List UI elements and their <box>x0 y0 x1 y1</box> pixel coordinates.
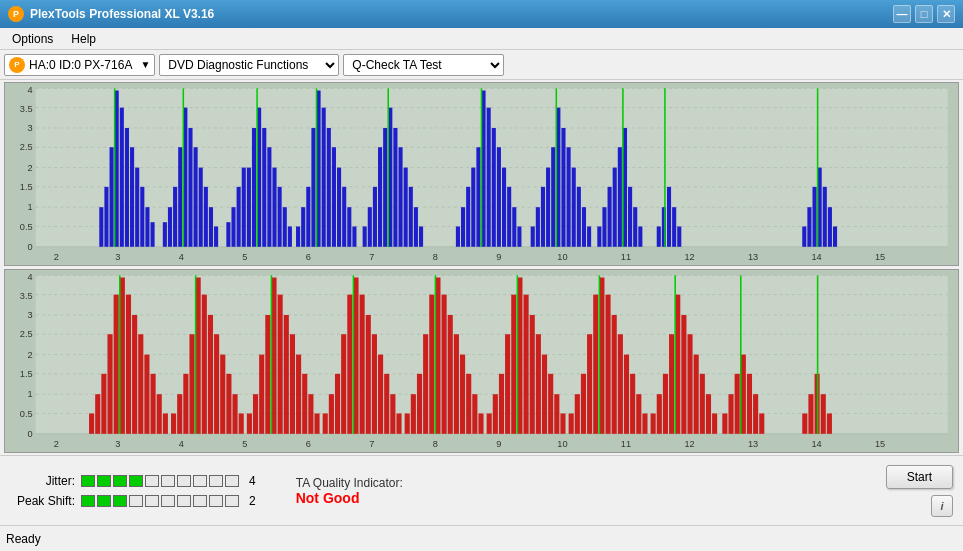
svg-rect-87 <box>393 128 397 247</box>
svg-rect-219 <box>314 413 319 433</box>
jitter-seg-8 <box>193 475 207 487</box>
svg-rect-277 <box>681 315 686 434</box>
svg-rect-38 <box>120 108 124 247</box>
svg-rect-66 <box>278 187 282 247</box>
svg-rect-127 <box>657 226 661 246</box>
jitter-seg-7 <box>177 475 191 487</box>
svg-rect-106 <box>531 226 535 246</box>
svg-rect-210 <box>259 355 264 434</box>
svg-rect-116 <box>582 207 586 247</box>
svg-rect-110 <box>551 147 555 247</box>
svg-rect-71 <box>306 187 310 247</box>
svg-rect-256 <box>548 374 553 434</box>
svg-rect-134 <box>812 187 816 247</box>
svg-rect-131 <box>677 226 681 246</box>
svg-rect-233 <box>405 413 410 433</box>
info-button[interactable]: i <box>931 495 953 517</box>
svg-rect-193 <box>151 374 156 434</box>
svg-rect-211 <box>265 315 270 434</box>
svg-rect-269 <box>630 374 635 434</box>
function-select[interactable]: DVD Diagnostic Functions CD Diagnostic F… <box>159 54 339 76</box>
svg-rect-67 <box>283 207 287 247</box>
svg-rect-239 <box>442 295 447 434</box>
svg-text:14: 14 <box>811 437 821 448</box>
svg-rect-253 <box>530 315 535 434</box>
svg-rect-247 <box>493 394 498 434</box>
svg-rect-264 <box>599 277 604 433</box>
svg-rect-57 <box>231 207 235 247</box>
svg-rect-195 <box>163 413 168 433</box>
svg-text:4: 4 <box>179 250 184 261</box>
svg-rect-115 <box>577 187 581 247</box>
svg-rect-138 <box>833 226 837 246</box>
svg-rect-122 <box>618 147 622 247</box>
svg-rect-109 <box>546 168 550 247</box>
svg-text:4: 4 <box>28 270 33 281</box>
jitter-seg-9 <box>209 475 223 487</box>
svg-rect-189 <box>126 295 131 434</box>
svg-text:7: 7 <box>369 250 374 261</box>
svg-rect-286 <box>741 355 746 434</box>
svg-text:13: 13 <box>748 437 758 448</box>
close-button[interactable]: ✕ <box>937 5 955 23</box>
svg-rect-207 <box>239 413 244 433</box>
svg-rect-202 <box>208 315 213 434</box>
svg-rect-259 <box>569 413 574 433</box>
svg-text:6: 6 <box>306 437 311 448</box>
svg-rect-35 <box>104 187 108 247</box>
title-bar-left: P PlexTools Professional XL V3.16 <box>8 6 214 22</box>
jitter-seg-3 <box>113 475 127 487</box>
chart-area: 4 3.5 3 2.5 2 1.5 1 0.5 0 2 3 4 5 6 7 8 … <box>0 80 963 455</box>
svg-rect-218 <box>308 394 313 434</box>
menu-help[interactable]: Help <box>63 30 104 48</box>
start-button[interactable]: Start <box>886 465 953 489</box>
svg-rect-213 <box>278 295 283 434</box>
svg-text:0.5: 0.5 <box>20 220 33 231</box>
test-select[interactable]: Q-Check TA Test Q-Check PI/PO Test Q-Che… <box>343 54 504 76</box>
svg-rect-54 <box>209 207 213 247</box>
jitter-seg-5 <box>145 475 159 487</box>
jitter-seg-6 <box>161 475 175 487</box>
drive-dropdown-icon[interactable]: ▼ <box>140 59 150 70</box>
svg-text:2.5: 2.5 <box>20 141 33 152</box>
svg-rect-58 <box>237 187 241 247</box>
svg-text:15: 15 <box>875 437 885 448</box>
svg-rect-190 <box>132 315 137 434</box>
drive-icon: P <box>9 57 25 73</box>
svg-rect-222 <box>335 374 340 434</box>
svg-rect-273 <box>657 394 662 434</box>
svg-rect-227 <box>366 315 371 434</box>
bottom-chart: 4 3.5 3 2.5 2 1.5 1 0.5 0 2 3 4 5 6 7 8 … <box>5 270 958 452</box>
svg-rect-93 <box>456 226 460 246</box>
menu-options[interactable]: Options <box>4 30 61 48</box>
svg-rect-43 <box>145 207 149 247</box>
svg-text:10: 10 <box>557 250 567 261</box>
svg-rect-223 <box>341 334 346 434</box>
peak-shift-label: Peak Shift: <box>10 494 75 508</box>
svg-rect-51 <box>194 147 198 247</box>
svg-rect-248 <box>499 374 504 434</box>
svg-rect-76 <box>332 147 336 247</box>
svg-rect-199 <box>189 334 194 434</box>
svg-rect-204 <box>220 355 225 434</box>
status-text: Ready <box>6 532 41 546</box>
svg-rect-206 <box>232 394 237 434</box>
svg-rect-39 <box>125 128 129 247</box>
minimize-button[interactable]: — <box>893 5 911 23</box>
svg-text:13: 13 <box>748 250 758 261</box>
svg-rect-85 <box>383 128 387 247</box>
svg-rect-41 <box>135 168 139 247</box>
svg-rect-80 <box>352 226 356 246</box>
svg-rect-287 <box>747 374 752 434</box>
svg-rect-75 <box>327 128 331 247</box>
svg-text:1: 1 <box>28 201 33 212</box>
svg-rect-203 <box>214 334 219 434</box>
svg-rect-215 <box>290 334 295 434</box>
svg-rect-70 <box>301 207 305 247</box>
maximize-button[interactable]: □ <box>915 5 933 23</box>
svg-rect-136 <box>823 187 827 247</box>
svg-rect-91 <box>414 207 418 247</box>
svg-rect-293 <box>821 394 826 434</box>
svg-text:1.5: 1.5 <box>20 181 33 192</box>
jitter-seg-10 <box>225 475 239 487</box>
